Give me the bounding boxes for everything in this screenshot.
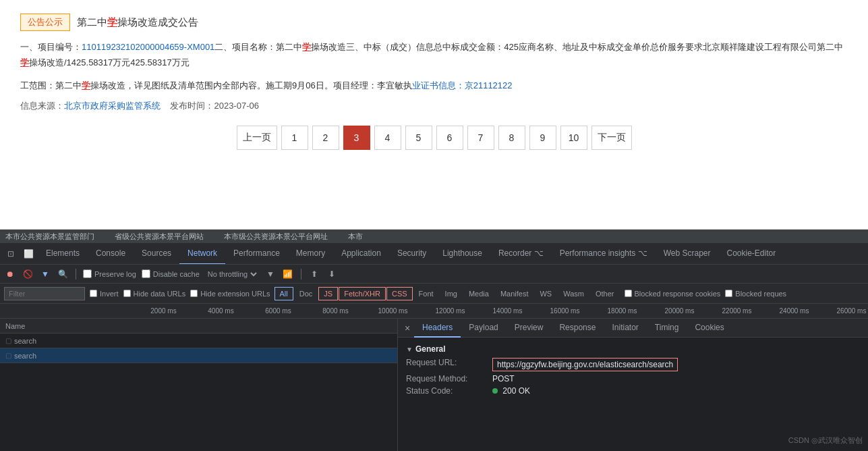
download-icon[interactable]: ⬇ (326, 268, 338, 280)
detail-tab-response[interactable]: Response (551, 319, 604, 338)
request-method-value: POST (492, 374, 515, 383)
bar-item-4: 本市 (348, 232, 363, 242)
tab-performance[interactable]: Performance (225, 243, 288, 265)
disable-cache-checkbox[interactable]: Disable cache (142, 269, 200, 278)
status-code-row: Status Code: 200 OK (406, 385, 860, 397)
filter-btn-js[interactable]: JS (318, 287, 338, 300)
tab-memory[interactable]: Memory (288, 243, 333, 265)
detail-tab-headers[interactable]: Headers (414, 319, 461, 338)
filter-btn-font[interactable]: Font (413, 287, 439, 300)
page-btn-10[interactable]: 10 (560, 126, 587, 150)
filter-btn-doc[interactable]: Doc (294, 287, 318, 300)
page-btn-8[interactable]: 8 (498, 126, 525, 150)
page-btn-4[interactable]: 4 (374, 126, 401, 150)
clear-btn[interactable]: 🚫 (22, 268, 34, 280)
page-btn-1[interactable]: 1 (281, 126, 308, 150)
page-btn-6[interactable]: 6 (436, 126, 463, 150)
throttle-down-icon[interactable]: ▼ (264, 268, 277, 280)
hide-data-urls-checkbox[interactable]: Hide data URLs (123, 289, 186, 298)
status-dot-icon (492, 388, 498, 394)
filter-btn-css[interactable]: CSS (386, 287, 413, 300)
tl-6000: 6000 ms (250, 307, 307, 315)
blocked-cookies-checkbox[interactable]: Blocked response cookies (624, 289, 721, 298)
tab-cookie-editor[interactable]: Cookie-Editor (719, 243, 784, 265)
wifi-icon[interactable]: 📶 (282, 268, 294, 280)
request-url-key: Request URL: (406, 358, 487, 367)
devtools-device-icon[interactable]: ⬜ (20, 246, 36, 262)
tab-sources[interactable]: Sources (134, 243, 179, 265)
announcement-body: 一、项目编号：110119232102000004659-XM001二、项目名称… (20, 39, 848, 71)
tl-8000: 8000 ms (307, 307, 364, 315)
request-method-key: Request Method: (406, 374, 487, 383)
hide-data-urls-label: Hide data URLs (134, 290, 186, 298)
page-btn-7[interactable]: 7 (467, 126, 494, 150)
filter-btn-wasm[interactable]: Wasm (558, 287, 589, 300)
network-toolbar: ⏺ 🚫 ▼ 🔍 Preserve log Disable cache No th… (0, 265, 868, 284)
hide-extension-urls-checkbox[interactable]: Hide extension URLs (190, 289, 270, 298)
filter-bar: Invert Hide data URLs Hide extension URL… (0, 284, 868, 304)
request-url-row: Request URL: https://ggzyfw.beijing.gov.… (406, 356, 860, 373)
throttle-select[interactable]: No throttling Fast 3G Slow 3G (205, 269, 259, 279)
record-btn[interactable]: ⏺ (4, 268, 16, 280)
filter-btn-manifest[interactable]: Manifest (495, 287, 534, 300)
page-btn-2[interactable]: 2 (312, 126, 339, 150)
csdn-watermark: CSDN ◎武汉唯众智创 (788, 435, 863, 446)
announcement-body-2: 工范围：第二中学操场改造，详见图纸及清单范围内全部内容。施工期9月06日。项目经… (20, 78, 848, 93)
arrow-icon: ▼ (406, 346, 413, 353)
browser-content: 公告公示 第二中学操场改造成交公告 一、项目编号：110119232102000… (0, 0, 868, 230)
detail-tab-initiator[interactable]: Initiator (604, 319, 646, 338)
detail-tab-cookies[interactable]: Cookies (687, 319, 732, 338)
search-btn[interactable]: 🔍 (57, 268, 69, 280)
waterfall-1 (135, 334, 397, 348)
filter-btn-ws[interactable]: WS (534, 287, 557, 300)
table-row[interactable]: ▢ search (0, 334, 397, 348)
next-page-btn[interactable]: 下一页 (591, 126, 632, 150)
filter-btn-media[interactable]: Media (463, 287, 494, 300)
blocked-requests-label: Blocked reques (735, 290, 786, 298)
blocked-requests-checkbox[interactable]: Blocked reques (724, 289, 786, 298)
page-btn-5[interactable]: 5 (405, 126, 432, 150)
general-header: ▼ General (406, 342, 860, 356)
tab-security[interactable]: Security (389, 243, 434, 265)
filter-btn-other[interactable]: Other (590, 287, 620, 300)
tl-22000: 22000 ms (708, 307, 765, 315)
pagination: 上一页 1 2 3 4 5 6 7 8 9 10 下一页 (20, 126, 848, 150)
detail-tab-payload[interactable]: Payload (461, 319, 506, 338)
name-column-header: Name (0, 319, 135, 333)
filter-btn-fetch-xhr[interactable]: Fetch/XHR (339, 287, 386, 300)
tab-recorder[interactable]: Recorder ⌥ (490, 243, 552, 265)
tab-console[interactable]: Console (88, 243, 134, 265)
tl-14000: 14000 ms (479, 307, 536, 315)
invert-label: Invert (100, 290, 119, 298)
close-icon[interactable]: × (401, 321, 414, 335)
filter-btn-img[interactable]: Img (440, 287, 463, 300)
devtools-inspect-icon[interactable]: ⊡ (3, 246, 19, 262)
detail-panel: × Headers Payload Preview Response Initi… (398, 319, 868, 451)
timeline-labels: 2000 ms 4000 ms 6000 ms 8000 ms 10000 ms… (135, 307, 868, 315)
preserve-log-checkbox[interactable]: Preserve log (83, 269, 136, 278)
tab-lighthouse[interactable]: Lighthouse (434, 243, 490, 265)
request-name-2: ▢ search (0, 352, 135, 360)
tab-elements[interactable]: Elements (38, 243, 88, 265)
tab-performance-insights[interactable]: Performance insights ⌥ (552, 243, 656, 265)
tab-web-scraper[interactable]: Web Scraper (656, 243, 719, 265)
status-code-key: Status Code: (406, 386, 487, 396)
tab-application[interactable]: Application (333, 243, 389, 265)
page-btn-9[interactable]: 9 (529, 126, 556, 150)
waterfall-row-2 (135, 348, 397, 363)
devtools-tabs-row: ⊡ ⬜ Elements Console Sources Network Per… (0, 243, 868, 265)
table-row[interactable]: ▢ search (0, 348, 397, 363)
general-label: General (415, 344, 446, 354)
invert-checkbox[interactable]: Invert (89, 289, 119, 298)
prev-page-btn[interactable]: 上一页 (237, 126, 277, 150)
upload-icon[interactable]: ⬆ (308, 268, 320, 280)
filter-input[interactable] (4, 287, 85, 300)
filter-btn[interactable]: ▼ (39, 268, 51, 280)
timeline-bar: 2000 ms 4000 ms 6000 ms 8000 ms 10000 ms… (0, 304, 868, 319)
detail-tab-preview[interactable]: Preview (507, 319, 552, 338)
announcement-meta: 信息来源：北京市政府采购监管系统 发布时间：2023-07-06 (20, 100, 848, 112)
detail-tab-timing[interactable]: Timing (647, 319, 687, 338)
tab-network[interactable]: Network (179, 243, 225, 265)
page-btn-3[interactable]: 3 (343, 126, 370, 150)
filter-btn-all[interactable]: All (274, 287, 293, 300)
